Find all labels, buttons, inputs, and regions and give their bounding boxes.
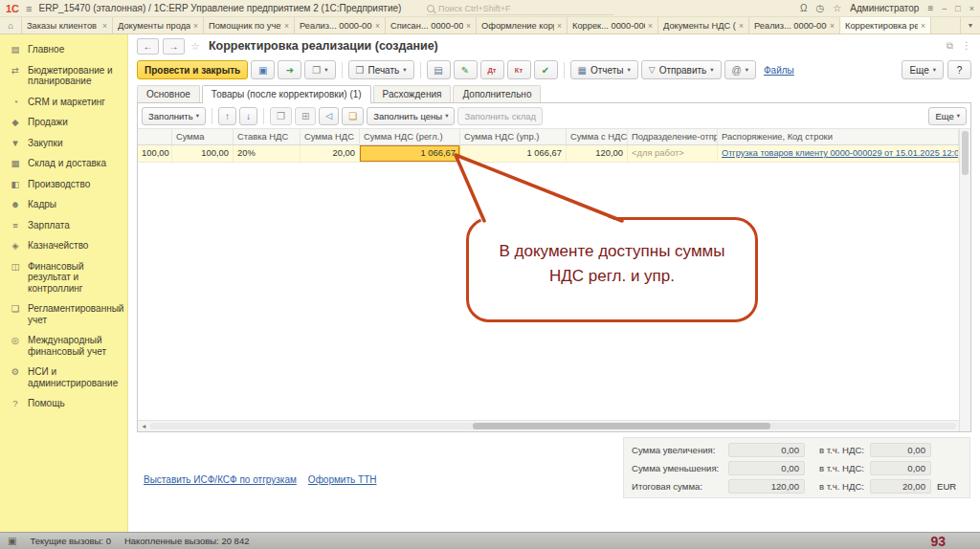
close-icon[interactable]: × bbox=[375, 21, 380, 31]
forward-button[interactable]: → bbox=[163, 38, 185, 55]
sidebar-item-financial-result[interactable]: ◫Финансовый результат и контроллинг bbox=[0, 256, 127, 299]
cell-sum-with-vat[interactable]: 120,00 bbox=[567, 145, 628, 162]
tab-vat-documents[interactable]: Документы НДС (все)× bbox=[658, 17, 749, 33]
open-folder-button[interactable]: ❏ bbox=[342, 107, 364, 125]
help-button[interactable]: ? bbox=[947, 60, 971, 79]
tab-overflow-icon[interactable]: ▾ bbox=[960, 17, 980, 33]
cell-vat-rate[interactable]: 20% bbox=[234, 145, 301, 162]
sidebar-item-production[interactable]: ◧Производство bbox=[0, 174, 127, 195]
move-down-button[interactable]: ↓ bbox=[239, 107, 257, 125]
notifications-bell-icon[interactable]: Ω bbox=[800, 3, 807, 13]
send-button[interactable]: ▽Отправить▾ bbox=[641, 60, 722, 79]
sidebar-item-warehouse[interactable]: ▦Склад и доставка bbox=[0, 153, 127, 174]
tab-writeoff-36[interactable]: Списан... 0000-000036× bbox=[386, 17, 477, 33]
issue-ttn-link[interactable]: Оформить ТТН bbox=[308, 474, 377, 485]
global-search[interactable] bbox=[427, 2, 613, 15]
table-more-button[interactable]: Еще▾ bbox=[928, 107, 967, 125]
main-menu-icon[interactable]: ≡ bbox=[26, 3, 32, 14]
copy-row-button[interactable]: ❐ bbox=[270, 107, 292, 125]
sidebar-item-budgeting[interactable]: ⇄Бюджетирование и планирование bbox=[0, 60, 127, 92]
sidebar-item-crm[interactable]: ◔CRM и маркетинг bbox=[0, 92, 127, 113]
form-tab-additional[interactable]: Дополнительно bbox=[453, 85, 541, 102]
check-button[interactable]: ✔ bbox=[534, 60, 558, 79]
credit-movements-button[interactable]: Кт bbox=[507, 60, 531, 79]
more-button[interactable]: Еще▾ bbox=[902, 60, 944, 79]
cell-department[interactable]: <для работ> bbox=[628, 145, 718, 162]
move-up-button[interactable]: ↑ bbox=[218, 107, 236, 125]
attachments-button[interactable]: @▾ bbox=[724, 60, 756, 79]
fill-button[interactable]: Заполнить▾ bbox=[142, 107, 206, 125]
tab-sales-documents[interactable]: Документы продаж...× bbox=[113, 17, 204, 33]
close-icon[interactable]: × bbox=[557, 21, 562, 31]
cell-order-link[interactable]: Отгрузка товаров клиенту 0000-000029 от … bbox=[718, 145, 959, 162]
get-link-icon[interactable]: ⧉ bbox=[947, 40, 953, 52]
tab-realization-55[interactable]: Реализ... 0000-000055× bbox=[749, 17, 840, 33]
sidebar-item-master-data[interactable]: ⚙НСИ и администрирование bbox=[0, 362, 127, 393]
print-button[interactable]: ❒Печать▾ bbox=[348, 60, 414, 79]
cell-vat-sum[interactable]: 20,00 bbox=[301, 145, 360, 162]
cell-quantity[interactable]: 100,00 bbox=[138, 145, 172, 162]
sidebar-item-treasury[interactable]: ◈Казначейство bbox=[0, 235, 127, 256]
scrollbar-thumb[interactable] bbox=[473, 423, 771, 429]
maximize-button[interactable]: □ bbox=[955, 4, 960, 13]
horizontal-scrollbar[interactable]: ◂ bbox=[138, 420, 959, 431]
document-register-button[interactable]: ▤ bbox=[427, 60, 451, 79]
minimize-button[interactable]: – bbox=[942, 4, 947, 13]
history-icon[interactable]: ◷ bbox=[816, 3, 825, 13]
cell-vat-upr[interactable]: 1 066,67 bbox=[460, 145, 567, 162]
sidebar-item-sales[interactable]: ◆Продажи bbox=[0, 112, 127, 133]
files-link[interactable]: Файлы bbox=[764, 65, 794, 76]
share-button[interactable]: ◁ bbox=[319, 107, 339, 125]
close-icon[interactable]: × bbox=[466, 21, 471, 31]
column-header-order: Распоряжение, Код строки bbox=[718, 129, 959, 144]
close-icon[interactable]: × bbox=[648, 21, 653, 31]
scroll-left-icon[interactable]: ◂ bbox=[138, 422, 150, 430]
reports-button[interactable]: ▦Отчеты▾ bbox=[570, 60, 638, 79]
form-tab-discrepancies[interactable]: Расхождения bbox=[373, 85, 452, 102]
close-icon[interactable]: × bbox=[193, 21, 198, 31]
tab-accounting-assistant[interactable]: Помощник по учету...× bbox=[204, 17, 295, 33]
home-tab-icon[interactable]: ⌂ bbox=[0, 17, 22, 33]
save-button[interactable]: ▣ bbox=[251, 60, 275, 79]
sidebar-item-help[interactable]: ?Помощь bbox=[0, 393, 127, 414]
close-icon[interactable]: × bbox=[830, 21, 835, 31]
close-icon[interactable]: × bbox=[739, 21, 744, 31]
tab-correction-registration[interactable]: Оформление коррек...× bbox=[477, 17, 568, 33]
vertical-scrollbar[interactable] bbox=[959, 129, 970, 431]
close-icon[interactable]: × bbox=[102, 21, 107, 31]
sidebar-item-international-accounting[interactable]: ◎Международный финансовый учет bbox=[0, 330, 127, 362]
current-user-label[interactable]: Администратор bbox=[850, 3, 919, 13]
close-icon[interactable]: × bbox=[921, 21, 925, 31]
post-button[interactable]: ➜ bbox=[278, 60, 301, 79]
scrollbar-thumb[interactable] bbox=[962, 131, 969, 175]
form-tab-goods-after-correction[interactable]: Товары (после корректировки) (1) bbox=[202, 85, 371, 103]
favorites-star-icon[interactable]: ☆ bbox=[833, 3, 841, 13]
post-and-close-button[interactable]: Провести и закрыть bbox=[137, 60, 248, 79]
tab-realization-119[interactable]: Реализ... 0000-000119× bbox=[295, 17, 386, 33]
grid-settings-button[interactable]: ⊞ bbox=[295, 107, 316, 125]
sidebar-item-purchases[interactable]: ▼Закупки bbox=[0, 133, 127, 154]
sidebar-item-main[interactable]: ▤Главное bbox=[0, 39, 127, 60]
service-menu-icon[interactable]: ≡ bbox=[927, 3, 933, 13]
sidebar-item-payroll[interactable]: ≡Зарплата bbox=[0, 215, 127, 236]
debit-movements-button[interactable]: Дт bbox=[480, 60, 504, 79]
issue-invoice-link[interactable]: Выставить ИСФ/КСФ по отгрузкам bbox=[144, 474, 297, 485]
sidebar-item-hr[interactable]: ☻Кадры bbox=[0, 194, 127, 215]
tab-customer-orders[interactable]: Заказы клиентов× bbox=[22, 17, 113, 33]
add-to-favorites-icon[interactable]: ☆ bbox=[190, 40, 200, 53]
mark-button[interactable]: ✎ bbox=[454, 60, 478, 79]
create-based-on-button[interactable]: ❐▾ bbox=[304, 60, 335, 79]
sidebar-item-regulated-accounting[interactable]: ❏Регламентированный учет bbox=[0, 298, 127, 330]
form-tab-main[interactable]: Основное bbox=[137, 85, 200, 102]
back-button[interactable]: ← bbox=[137, 38, 159, 55]
close-icon[interactable]: × bbox=[284, 21, 289, 31]
cell-sum[interactable]: 100,00 bbox=[172, 145, 234, 162]
tab-realization-correction[interactable]: Корректировка реал...× bbox=[840, 17, 931, 33]
search-input[interactable] bbox=[438, 4, 591, 13]
cell-vat-regl-highlighted[interactable]: 1 066,67 bbox=[360, 145, 460, 162]
fill-warehouse-button[interactable]: Заполнить склад bbox=[457, 107, 543, 125]
close-window-button[interactable]: × bbox=[969, 4, 974, 13]
tab-correction-34[interactable]: Коррек... 0000-000034× bbox=[568, 17, 658, 33]
fill-prices-button[interactable]: Заполнить цены▾ bbox=[367, 107, 455, 125]
more-options-icon[interactable]: ⋮ bbox=[962, 40, 971, 52]
